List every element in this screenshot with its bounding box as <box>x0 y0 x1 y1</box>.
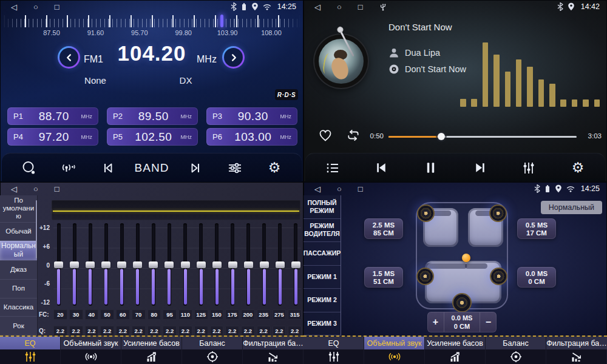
preset-button-p4[interactable]: P4 97.20 MHz <box>7 128 98 146</box>
fc-chip[interactable]: 150 <box>210 309 224 320</box>
eq-slider-knob[interactable] <box>260 261 269 268</box>
decrease-delay-button[interactable]: − <box>480 317 497 328</box>
preset-button-p2[interactable]: P2 89.50 MHz <box>107 107 198 125</box>
fc-chip[interactable]: 125 <box>194 309 208 320</box>
tune-up-button[interactable] <box>222 46 245 69</box>
q-chip[interactable]: 2.2 <box>163 326 177 336</box>
nav-recents-icon[interactable]: □ <box>55 3 59 11</box>
eq-preset-classic[interactable]: Классика <box>0 298 37 317</box>
nav-home-icon[interactable]: ○ <box>337 185 342 193</box>
eq-slider-knob[interactable] <box>197 261 206 268</box>
eq-slider-knob[interactable] <box>276 261 285 268</box>
front-right-speaker-icon[interactable] <box>490 206 506 221</box>
next-track-button[interactable] <box>467 156 492 180</box>
eq-preset-normal[interactable]: Нормальный <box>0 241 37 261</box>
subwoofer-icon[interactable] <box>453 294 470 311</box>
rear-right-delay-button[interactable]: 0.0 MS0 CM <box>517 267 556 288</box>
q-chip[interactable]: 2.2 <box>148 326 161 336</box>
nav-recents-icon[interactable]: □ <box>358 185 363 193</box>
tab-surround[interactable]: Объёмный звук <box>61 335 121 364</box>
fc-chip[interactable]: 235 <box>257 309 271 320</box>
fc-chip[interactable]: 40 <box>85 309 99 320</box>
q-chip[interactable]: 2.2 <box>85 326 99 336</box>
fc-chip[interactable]: 95 <box>163 309 177 320</box>
eq-slider-knob[interactable] <box>228 261 237 268</box>
fc-chip[interactable]: 30 <box>69 309 83 320</box>
settings-gear-icon[interactable]: ⚙ <box>262 156 287 180</box>
seek-knob[interactable] <box>438 133 445 140</box>
nav-home-icon[interactable]: ○ <box>33 3 38 11</box>
sound-profile-badge[interactable]: Нормальный <box>541 201 602 214</box>
settings-gear-icon[interactable]: ⚙ <box>565 156 591 180</box>
preset-button-p6[interactable]: P6 103.00 MHz <box>206 128 297 146</box>
preset-button-p3[interactable]: P3 90.30 MHz <box>206 107 297 125</box>
eq-preset-default[interactable]: По умолчанию <box>0 195 37 223</box>
eq-band-slider[interactable] <box>53 222 64 307</box>
q-chip[interactable]: 2.2 <box>53 326 67 336</box>
q-chip[interactable]: 2.2 <box>288 326 302 336</box>
front-left-delay-button[interactable]: 2.5 MS85 CM <box>364 218 403 239</box>
rear-left-speaker-icon[interactable] <box>418 269 433 284</box>
eq-slider-knob[interactable] <box>291 261 300 268</box>
q-chip[interactable]: 2.2 <box>225 326 239 336</box>
nav-home-icon[interactable]: ○ <box>33 185 38 193</box>
q-chip[interactable]: 2.2 <box>241 326 255 336</box>
eq-band-slider[interactable] <box>164 222 174 307</box>
eq-band-slider[interactable] <box>117 222 127 307</box>
eq-band-slider[interactable] <box>228 222 238 307</box>
previous-track-button[interactable] <box>369 156 395 180</box>
eq-slider-knob[interactable] <box>212 261 222 268</box>
mode-2[interactable]: РЕЖИМ 2 <box>304 289 341 312</box>
eq-band-slider[interactable] <box>212 222 222 307</box>
mode-full[interactable]: ПОЛНЫЙ РЕЖИМ <box>304 195 341 219</box>
tune-down-button[interactable] <box>58 46 80 69</box>
q-chip[interactable]: 2.2 <box>194 326 208 336</box>
eq-slider-knob[interactable] <box>149 261 158 268</box>
increase-delay-button[interactable]: + <box>427 317 444 328</box>
band-button[interactable]: BAND <box>135 161 169 175</box>
tab-bass-boost[interactable]: Усиление басов <box>425 335 486 364</box>
eq-slider-knob[interactable] <box>244 261 253 268</box>
fc-chip[interactable]: 275 <box>273 309 287 320</box>
frequency-ruler[interactable] <box>4 15 300 27</box>
nav-back-icon[interactable]: ◁ <box>11 3 17 11</box>
fc-chip[interactable]: 315 <box>288 309 302 320</box>
q-chip[interactable]: 2.2 <box>210 326 224 336</box>
playlist-button[interactable] <box>320 156 345 180</box>
tab-eq[interactable]: EQ <box>304 335 364 364</box>
broadcast-button[interactable] <box>56 156 81 180</box>
scan-button[interactable] <box>16 156 42 180</box>
fc-chip[interactable]: 50 <box>100 309 114 320</box>
eq-preset-custom[interactable]: Обычай <box>0 223 37 241</box>
tab-filter[interactable]: Фильтрация ба… <box>243 335 304 364</box>
repeat-button[interactable] <box>345 127 361 143</box>
tab-balance[interactable]: Баланс <box>182 335 243 364</box>
tab-bass-boost[interactable]: Усиление басов <box>121 335 182 364</box>
fc-chip[interactable]: 70 <box>132 309 146 320</box>
nav-back-icon[interactable]: ◁ <box>314 3 320 11</box>
q-chip[interactable]: 2.2 <box>116 326 130 336</box>
eq-band-slider[interactable] <box>291 222 301 307</box>
eq-band-slider[interactable] <box>69 222 80 307</box>
fc-chip[interactable]: 60 <box>116 309 130 320</box>
fc-chip[interactable]: 200 <box>241 309 255 320</box>
eq-band-slider[interactable] <box>101 222 111 307</box>
fc-chip[interactable]: 175 <box>225 309 239 320</box>
preset-button-p1[interactable]: P1 88.70 MHz <box>7 107 98 125</box>
eq-preset-rock[interactable]: Рок <box>0 317 37 335</box>
eq-band-slider[interactable] <box>85 222 95 307</box>
mode-3[interactable]: РЕЖИМ 3 <box>304 312 341 336</box>
eq-band-slider[interactable] <box>148 222 158 307</box>
nav-recents-icon[interactable]: □ <box>55 185 59 193</box>
eq-preset-pop[interactable]: Поп <box>0 280 37 298</box>
mode-driver[interactable]: РЕЖИМ ВОДИТЕЛЯ <box>304 219 341 243</box>
eq-slider-knob[interactable] <box>133 261 142 268</box>
eq-preset-jazz[interactable]: Джаз <box>0 261 37 280</box>
q-chip[interactable]: 2.2 <box>69 326 83 336</box>
eq-band-slider[interactable] <box>196 222 206 307</box>
eq-band-slider[interactable] <box>259 222 270 307</box>
tab-balance[interactable]: Баланс <box>486 335 546 364</box>
nav-home-icon[interactable]: ○ <box>337 3 342 11</box>
eq-band-slider[interactable] <box>275 222 285 307</box>
eq-slider-knob[interactable] <box>117 261 126 268</box>
